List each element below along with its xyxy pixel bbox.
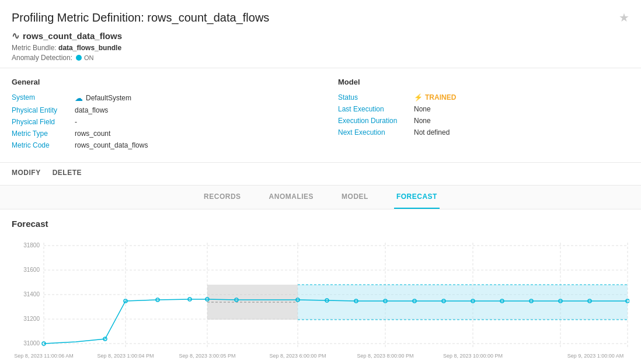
- tilde-icon: ∿: [12, 30, 19, 41]
- forecast-chart: 31800 31600 31400 31200 31000: [12, 237, 629, 364]
- system-row: System ☁ DefaultSystem: [12, 93, 303, 103]
- metric-code-label[interactable]: Metric Code: [12, 141, 70, 149]
- anomaly-detection: Anomaly Detection: ON: [12, 54, 629, 62]
- svg-text:31000: 31000: [23, 340, 40, 346]
- svg-text:31400: 31400: [23, 291, 40, 298]
- metric-bundle: Metric Bundle: data_flows_bundle: [12, 44, 629, 52]
- execution-duration-label[interactable]: Execution Duration: [338, 117, 414, 125]
- tab-model[interactable]: MODEL: [339, 186, 371, 209]
- svg-text:Sep 8, 2023 8:00:00 PM: Sep 8, 2023 8:00:00 PM: [357, 353, 413, 359]
- svg-text:Sep 8, 2023 10:00:00 PM: Sep 8, 2023 10:00:00 PM: [443, 353, 503, 359]
- star-icon[interactable]: ★: [619, 10, 629, 24]
- tab-forecast[interactable]: FORECAST: [394, 186, 440, 209]
- model-title: Model: [338, 78, 629, 86]
- metric-code-row: Metric Code rows_count_data_flows: [12, 141, 303, 149]
- physical-entity-label[interactable]: Physical Entity: [12, 106, 70, 114]
- modify-button[interactable]: MODIFY: [12, 169, 41, 177]
- general-column: General System ☁ DefaultSystem Physical …: [12, 78, 303, 153]
- svg-text:31800: 31800: [23, 242, 40, 249]
- info-section: General System ☁ DefaultSystem Physical …: [0, 68, 641, 163]
- svg-text:Sep 8, 2023 1:00:04 PM: Sep 8, 2023 1:00:04 PM: [97, 353, 154, 359]
- execution-duration-row: Execution Duration None: [338, 117, 629, 125]
- metric-bundle-value: data_flows_bundle: [58, 44, 121, 52]
- last-execution-label[interactable]: Last Execution: [338, 105, 414, 113]
- svg-text:Sep 8, 2023 6:00:00 PM: Sep 8, 2023 6:00:00 PM: [269, 353, 326, 359]
- anomaly-badge: ON: [76, 54, 94, 61]
- anomaly-status: ON: [84, 54, 94, 61]
- status-label[interactable]: Status: [338, 93, 414, 102]
- system-value: ☁ DefaultSystem: [75, 93, 131, 103]
- trained-badge: ⚡ TRAINED: [414, 93, 456, 102]
- metric-code-value: rows_count_data_flows: [75, 141, 148, 149]
- chart-container: 31800 31600 31400 31200 31000: [12, 237, 629, 364]
- tabs-bar: RECORDS ANOMALIES MODEL FORECAST: [0, 186, 641, 209]
- lightning-icon: ⚡: [414, 93, 423, 102]
- physical-field-value: -: [75, 118, 77, 126]
- tab-records[interactable]: RECORDS: [201, 186, 243, 209]
- physical-entity-row: Physical Entity data_flows: [12, 106, 303, 114]
- status-row: Status ⚡ TRAINED: [338, 93, 629, 102]
- physical-field-row: Physical Field -: [12, 118, 303, 126]
- next-execution-row: Next Execution Not defined: [338, 128, 629, 136]
- actions-bar: MODIFY DELETE: [0, 163, 641, 186]
- model-column: Model Status ⚡ TRAINED Last Execution No…: [338, 78, 629, 153]
- metric-bundle-label: Metric Bundle:: [12, 44, 57, 52]
- page: Profiling Metric Definition: rows_count_…: [0, 0, 641, 364]
- next-execution-label[interactable]: Next Execution: [338, 128, 414, 136]
- chart-title: Forecast: [12, 219, 629, 229]
- delete-button[interactable]: DELETE: [53, 169, 82, 177]
- svg-rect-20: [298, 285, 628, 320]
- anomaly-label: Anomaly Detection:: [12, 54, 72, 62]
- execution-duration-value: None: [414, 117, 431, 125]
- general-title: General: [12, 78, 303, 86]
- next-execution-value: Not defined: [414, 128, 450, 136]
- system-label[interactable]: System: [12, 93, 70, 102]
- trained-text: TRAINED: [425, 93, 456, 102]
- last-execution-value: None: [414, 105, 431, 113]
- page-title: Profiling Metric Definition: rows_count_…: [12, 11, 269, 24]
- svg-text:31600: 31600: [23, 267, 40, 273]
- last-execution-row: Last Execution None: [338, 105, 629, 113]
- physical-field-label[interactable]: Physical Field: [12, 118, 70, 126]
- header-title-row: Profiling Metric Definition: rows_count_…: [12, 10, 629, 24]
- chart-area: Forecast 31800 31600 31400 31200 31000: [0, 209, 641, 364]
- anomaly-on-dot: [76, 55, 82, 61]
- svg-text:Sep 9, 2023 1:00:00 AM: Sep 9, 2023 1:00:00 AM: [567, 353, 624, 359]
- metric-type-label[interactable]: Metric Type: [12, 130, 70, 138]
- svg-text:Sep 8, 2023 11:00:06 AM: Sep 8, 2023 11:00:06 AM: [14, 353, 74, 359]
- svg-text:Sep 8, 2023 3:00:05 PM: Sep 8, 2023 3:00:05 PM: [179, 353, 235, 359]
- metric-type-row: Metric Type rows_count: [12, 130, 303, 138]
- metric-name-text: rows_count_data_flows: [23, 31, 122, 41]
- metric-name: ∿ rows_count_data_flows: [12, 30, 629, 41]
- header: Profiling Metric Definition: rows_count_…: [0, 0, 641, 68]
- tab-anomalies[interactable]: ANOMALIES: [267, 186, 316, 209]
- cloud-icon: ☁: [75, 93, 83, 103]
- physical-entity-value: data_flows: [75, 106, 108, 114]
- metric-type-value: rows_count: [75, 130, 110, 138]
- svg-text:31200: 31200: [23, 316, 40, 322]
